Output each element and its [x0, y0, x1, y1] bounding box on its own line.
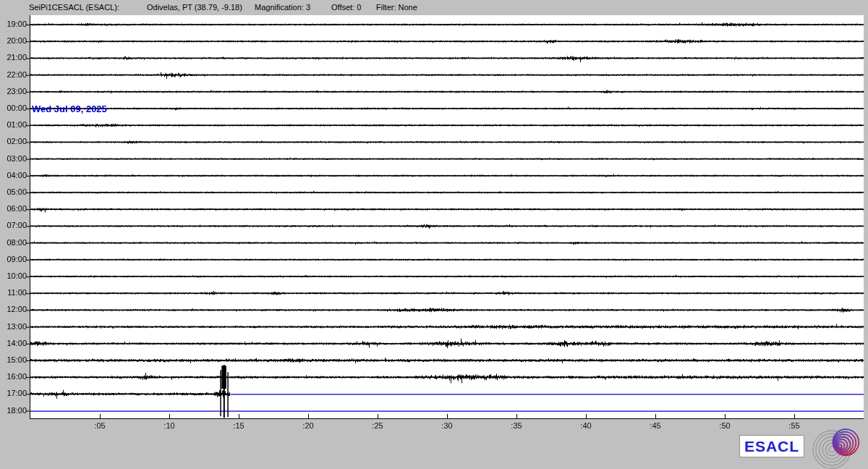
hour-label: 08:00	[0, 238, 27, 248]
minute-tick-label: :50	[714, 421, 736, 431]
minute-tick-label: :05	[89, 421, 111, 431]
hour-label: 09:00	[0, 255, 27, 264]
hour-label: 10:00	[0, 271, 27, 281]
hour-label: 07:00	[0, 221, 27, 230]
hour-label: 14:00	[0, 339, 27, 348]
minute-tick-label: :20	[297, 421, 319, 431]
esacl-logo-badge: ESACL	[739, 435, 804, 457]
minute-tick-label: :15	[228, 421, 250, 431]
hour-label: 22:00	[0, 70, 27, 80]
esacl-logo-text: ESACL	[744, 438, 799, 455]
minute-tick-label: :30	[436, 421, 458, 431]
minute-tick-label: :45	[644, 421, 666, 431]
hour-label: 13:00	[0, 322, 27, 331]
minute-tick-label: :25	[367, 421, 388, 431]
hour-label: 17:00	[0, 389, 27, 398]
hour-label: 12:00	[0, 305, 27, 314]
minute-tick-label: :10	[158, 421, 180, 431]
minute-tick-label: :35	[506, 421, 527, 431]
seismic-waves-logo-icon	[812, 426, 864, 469]
hour-label: 01:00	[0, 120, 27, 130]
date-annotation: Wed Jul 09, 2025	[32, 103, 107, 114]
hour-label: 21:00	[0, 53, 27, 62]
hour-label: 18:00	[0, 406, 27, 415]
hour-label: 16:00	[0, 372, 27, 381]
hour-label: 19:00	[0, 20, 27, 29]
hour-label: 02:00	[0, 137, 27, 146]
page: { "header": { "station_id": "SeiPi1CESAC…	[0, 0, 868, 469]
hour-label: 11:00	[0, 288, 27, 297]
hour-label: 20:00	[0, 36, 27, 46]
hour-label: 00:00	[0, 103, 27, 113]
minute-tick-label: :40	[575, 421, 597, 431]
hour-label: 05:00	[0, 187, 27, 197]
minute-tick-label: :55	[783, 421, 805, 431]
hour-label: 23:00	[0, 87, 27, 96]
hour-label: 15:00	[0, 355, 27, 365]
hour-label: 04:00	[0, 171, 27, 180]
hour-label: 03:00	[0, 154, 27, 164]
hour-label: 06:00	[0, 204, 27, 214]
helicorder-canvas	[0, 0, 868, 469]
